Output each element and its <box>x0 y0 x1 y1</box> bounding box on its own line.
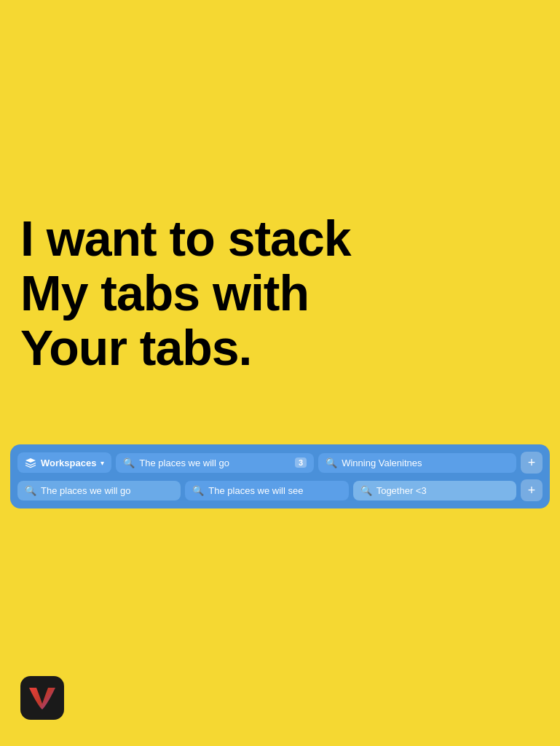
tab-3-row-2-label: Together <3 <box>376 485 509 496</box>
search-icon-tab4: 🔍 <box>192 485 204 496</box>
hero-text: I want to stack My tabs with Your tabs. <box>20 211 540 374</box>
tab-2-row-1-label: Winning Valenitnes <box>342 458 509 468</box>
tab-2-row-2-label: The places we will see <box>208 485 341 496</box>
tab-3-row-2[interactable]: 🔍 Together <3 <box>353 481 516 500</box>
workspaces-button[interactable]: Workspaces ▾ <box>17 452 111 473</box>
hero-line1: I want to stack <box>20 211 351 266</box>
hero-line3: Your tabs. <box>20 320 251 375</box>
hero-line2: My tabs with <box>20 265 309 321</box>
chevron-down-icon: ▾ <box>100 459 104 467</box>
vivaldi-logo <box>20 676 64 720</box>
tab-1-row-1[interactable]: 🔍 The places we will go 3 <box>116 453 314 473</box>
tab-2-row-1[interactable]: 🔍 Winning Valenitnes <box>318 453 516 473</box>
tab-1-row-1-label: The places we will go <box>139 458 291 468</box>
search-icon-tab2: 🔍 <box>326 458 337 468</box>
workspaces-icon <box>25 457 36 468</box>
tab-row-1: Workspaces ▾ 🔍 The places we will go 3 🔍… <box>17 452 543 474</box>
svg-rect-0 <box>20 676 64 720</box>
search-icon-tab5: 🔍 <box>360 485 372 496</box>
search-icon-tab1: 🔍 <box>123 458 135 468</box>
tab-1-row-2-label: The places we will go <box>41 485 173 496</box>
add-tab-button-row1[interactable]: + <box>521 452 543 474</box>
add-tab-button-row2[interactable]: + <box>521 479 543 501</box>
tab-1-row-2[interactable]: 🔍 The places we will go <box>17 481 181 500</box>
tab-1-count: 3 <box>295 458 307 468</box>
workspaces-label: Workspaces <box>41 458 96 468</box>
browser-tab-bar: Workspaces ▾ 🔍 The places we will go 3 🔍… <box>10 444 550 509</box>
tab-2-row-2[interactable]: 🔍 The places we will see <box>185 481 348 500</box>
tab-row-2: 🔍 The places we will go 🔍 The places we … <box>17 479 543 501</box>
search-icon-tab3: 🔍 <box>25 485 36 496</box>
